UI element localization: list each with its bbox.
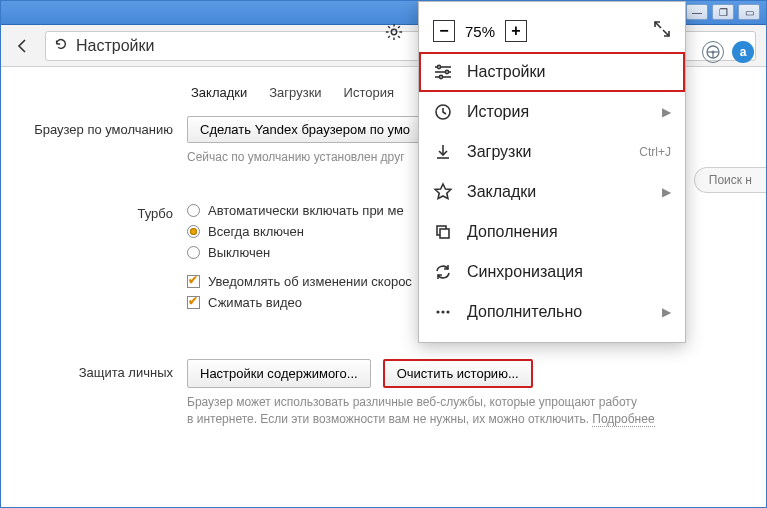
section-privacy: Защита личных Настройки содержимого... О… [1, 357, 766, 436]
section-label: Браузер по умолчанию [1, 116, 187, 137]
reload-icon[interactable] [54, 37, 68, 55]
shortcut-label: Ctrl+J [639, 145, 671, 159]
zoom-value: 75% [465, 23, 495, 40]
window-controls: — ❐ ▭ [686, 4, 760, 20]
window-minimize-button[interactable]: — [686, 4, 708, 20]
make-default-browser-button[interactable]: Сделать Yandex браузером по умо [187, 116, 423, 143]
menu-item-settings[interactable]: Настройки [419, 52, 685, 92]
svg-point-14 [439, 75, 442, 78]
svg-point-20 [446, 310, 449, 313]
svg-point-19 [441, 310, 444, 313]
window-restore-button[interactable]: ❐ [712, 4, 734, 20]
section-label: Турбо [1, 200, 187, 221]
tab-downloads[interactable]: Загрузки [269, 85, 321, 100]
star-icon [433, 182, 453, 202]
chevron-right-icon: ▶ [662, 105, 671, 119]
back-button[interactable] [11, 34, 35, 58]
toolbar-right-icons: a [702, 41, 754, 63]
svg-rect-17 [440, 229, 449, 238]
svg-point-12 [437, 65, 440, 68]
steering-icon[interactable] [702, 41, 724, 63]
svg-point-13 [445, 70, 448, 73]
page-title: Настройки [76, 37, 154, 55]
menu-item-sync[interactable]: Синхронизация [419, 252, 685, 292]
menu-item-addons[interactable]: Дополнения [419, 212, 685, 252]
gear-icon[interactable] [382, 20, 406, 44]
sync-icon [433, 262, 453, 282]
clock-icon [433, 102, 453, 122]
window-maximize-button[interactable]: ▭ [738, 4, 760, 20]
settings-search-input[interactable]: Поиск н [694, 167, 766, 193]
menu-item-history[interactable]: История ▶ [419, 92, 685, 132]
menu-item-downloads[interactable]: Загрузки Ctrl+J [419, 132, 685, 172]
a-icon[interactable]: a [732, 41, 754, 63]
fullscreen-button[interactable] [653, 20, 671, 42]
privacy-hint: Браузер может использовать различные веб… [187, 394, 766, 428]
sliders-icon [433, 62, 453, 82]
zoom-in-button[interactable]: + [505, 20, 527, 42]
clear-history-button[interactable]: Очистить историю... [383, 359, 533, 388]
menu-item-bookmarks[interactable]: Закладки ▶ [419, 172, 685, 212]
content-settings-button[interactable]: Настройки содержимого... [187, 359, 371, 388]
main-menu-dropdown: − 75% + Настройки История ▶ Загрузки Ctr… [418, 1, 686, 343]
chevron-right-icon: ▶ [662, 185, 671, 199]
dots-icon [433, 302, 453, 322]
learn-more-link[interactable]: Подробнее [592, 412, 654, 427]
tab-history[interactable]: История [344, 85, 394, 100]
svg-point-18 [436, 310, 439, 313]
tab-bookmarks[interactable]: Закладки [191, 85, 247, 100]
chevron-right-icon: ▶ [662, 305, 671, 319]
menu-zoom-row: − 75% + [419, 2, 685, 52]
section-label: Защита личных [1, 359, 187, 380]
zoom-out-button[interactable]: − [433, 20, 455, 42]
download-icon [433, 142, 453, 162]
copy-icon [433, 222, 453, 242]
svg-point-4 [391, 29, 396, 34]
menu-item-more[interactable]: Дополнительно ▶ [419, 292, 685, 332]
